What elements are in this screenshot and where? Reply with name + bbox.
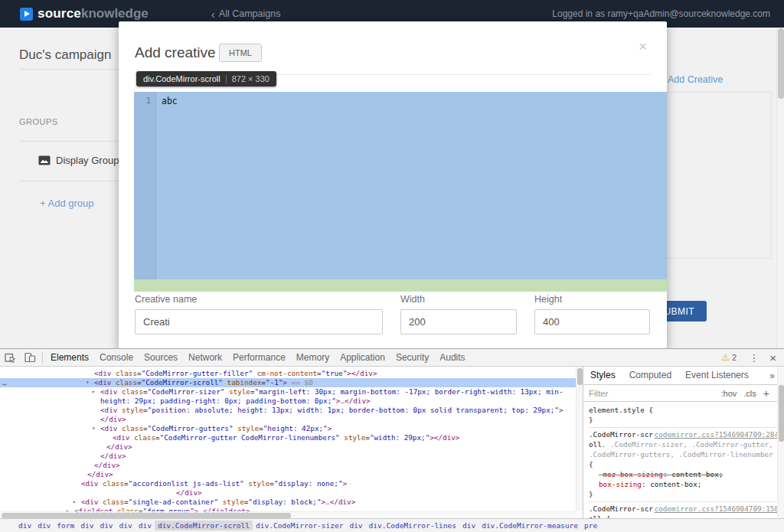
devtools-tab-performance[interactable]: Performance [227, 349, 291, 366]
device-toolbar-icon[interactable] [20, 349, 40, 366]
dom-tree-row-selected[interactable]: ▾…<div class="CodeMirror-scroll" tabinde… [0, 378, 583, 387]
syntax-token: </div> [100, 452, 126, 460]
devtools-close-icon[interactable]: × [765, 351, 784, 364]
devtools-menu-icon[interactable]: ⋮ [743, 352, 765, 364]
new-style-rule-icon[interactable]: + [763, 387, 769, 400]
play-icon [20, 8, 33, 21]
width-input[interactable] [400, 309, 517, 335]
syntax-token: "-1" [266, 378, 283, 387]
syntax-token: </div> [94, 461, 120, 469]
scrollbar-thumb[interactable] [577, 368, 583, 385]
breadcrumb-item[interactable]: pre [581, 521, 600, 530]
html-type-badge[interactable]: HTML [219, 44, 262, 62]
tree-vertical-scrollbar[interactable] [576, 367, 583, 511]
syntax-token: class [98, 479, 124, 488]
dom-tree-row[interactable]: </div> [0, 461, 583, 470]
scrollbar-thumb[interactable] [2, 513, 291, 518]
warning-icon: ⚠ [721, 352, 730, 363]
expand-arrow-icon[interactable]: ▸ [73, 498, 77, 507]
css-property[interactable]: box-sizing: content-box; [589, 479, 779, 489]
tree-horizontal-scrollbar[interactable] [0, 511, 576, 518]
toggle-hover-state[interactable]: :hov [721, 389, 737, 398]
devtools-tab-audits[interactable]: Audits [434, 349, 470, 366]
rule-close-brace: } [589, 415, 779, 425]
styles-scrollbar[interactable] [777, 367, 784, 518]
css-rule: element.style {} [589, 403, 779, 427]
breadcrumb-item[interactable]: div [96, 521, 116, 530]
styles-sidebar-tabs: StylesComputedEvent Listeners » [583, 367, 784, 385]
breadcrumb-item[interactable]: div [15, 521, 34, 530]
brand-logo[interactable]: source knowledge [20, 6, 149, 21]
rule-close-brace: } [589, 489, 779, 499]
scrollbar-thumb[interactable] [779, 385, 784, 442]
devtools-tab-application[interactable]: Application [335, 349, 390, 366]
scrollbar-thumb[interactable] [778, 28, 784, 99]
devtools-tab-bar: ElementsConsoleSourcesNetworkPerformance… [45, 349, 471, 366]
groups-heading: GROUPS [19, 117, 58, 126]
breadcrumb-item[interactable]: div [34, 521, 54, 530]
dom-tree-row[interactable]: </div> [0, 488, 583, 498]
css-selector[interactable]: element.style { [589, 405, 779, 415]
breadcrumb-item[interactable]: div.CodeMirror-sizer [253, 521, 346, 530]
sidebar-tab-event-listeners[interactable]: Event Listeners [678, 367, 756, 384]
breadcrumb-item[interactable]: div.CodeMirror-measure [479, 521, 581, 530]
breadcrumb-item[interactable]: div [136, 521, 155, 530]
syntax-token: "display: block;" [248, 498, 321, 506]
dom-tree-row[interactable]: <div style="position: absolute; height: … [0, 406, 583, 424]
property-value: content-box; [671, 470, 723, 478]
page-scrollbar[interactable] [776, 28, 784, 348]
stylesheet-link[interactable]: codemirror.css?1546904709:158 [655, 504, 779, 514]
breadcrumb-item[interactable]: form [54, 521, 77, 530]
sidebar-tab-computed[interactable]: Computed [622, 367, 678, 384]
dom-tree-row[interactable]: <div class="CodeMirror-gutter-filler" cm… [0, 369, 583, 378]
devtools-tab-elements[interactable]: Elements [45, 349, 94, 366]
dom-tree-row[interactable]: </div> [0, 452, 583, 461]
dom-tree-row[interactable]: </div> [0, 470, 583, 479]
height-input[interactable] [534, 309, 650, 335]
syntax-token: class [98, 498, 124, 506]
styles-sidebar: StylesComputedEvent Listeners » Filter :… [583, 367, 784, 518]
code-editor[interactable]: 1 abc [134, 92, 667, 279]
logged-in-text: Logged in as ramy+qaAdmin@sourceknowledg… [552, 8, 770, 19]
display-group-item[interactable]: Display Group (1 [38, 155, 131, 166]
collapse-arrow-icon[interactable]: ▾ [86, 378, 90, 387]
breadcrumb-item[interactable]: div [346, 521, 365, 530]
dom-tree-row[interactable]: ▾<div class="CodeMirror-gutters" style="… [0, 424, 583, 433]
inspect-element-icon[interactable] [0, 349, 20, 366]
close-icon[interactable]: × [639, 38, 647, 55]
collapse-arrow-icon[interactable]: ▾ [92, 424, 96, 433]
creative-name-input[interactable] [135, 309, 383, 335]
padding-highlight [134, 279, 667, 292]
styles-filter-input[interactable]: Filter [589, 389, 609, 398]
toggle-classes[interactable]: .cls [743, 389, 756, 398]
dom-tree-row[interactable]: <div class="accordionlist js-ads-list" s… [0, 479, 583, 488]
stylesheet-link[interactable]: codemirror.css?1546904709:284 [655, 429, 779, 439]
breadcrumb-item[interactable]: div [77, 521, 96, 530]
selector-token: .CodeMirror-scroll [589, 504, 653, 518]
console-warnings-badge[interactable]: ⚠ 2 [715, 352, 743, 363]
sidebar-tab-styles[interactable]: Styles [583, 367, 622, 384]
expand-arrow-icon[interactable]: ▸ [92, 387, 96, 397]
breadcrumb-item[interactable]: div [459, 521, 479, 530]
devtools-tab-console[interactable]: Console [94, 349, 139, 366]
styles-toggle-group: :hov .cls + [721, 387, 779, 400]
selector-token: { [589, 460, 593, 468]
devtools-tab-network[interactable]: Network [183, 349, 227, 366]
dom-tree-row[interactable]: </div> [0, 442, 583, 452]
breadcrumb-item[interactable]: div [116, 521, 136, 530]
breadcrumb-item[interactable]: div.CodeMirror-lines [366, 521, 459, 530]
devtools-body: <div class="CodeMirror-gutter-filler" cm… [0, 367, 784, 518]
dom-tree-row[interactable]: <div class="CodeMirror-gutter CodeMirror… [0, 433, 583, 442]
dom-tree-row[interactable]: ▸<div class="CodeMirror-sizer" style="ma… [0, 387, 583, 406]
all-campaigns-link[interactable]: ‹ All Campaigns [211, 8, 281, 20]
devtools-tab-memory[interactable]: Memory [291, 349, 335, 366]
devtools-tab-sources[interactable]: Sources [139, 349, 183, 366]
devtools-tab-security[interactable]: Security [390, 349, 434, 366]
dom-tree-row[interactable]: ▸<div class="single-ad-container" style=… [0, 498, 583, 507]
add-creative-link[interactable]: Add Creative [668, 74, 723, 85]
add-group-link[interactable]: + Add group [40, 197, 93, 209]
breadcrumb-item[interactable]: div.CodeMirror-scroll [155, 521, 253, 530]
divider [19, 69, 119, 70]
css-property[interactable]: -moz-box-sizing: content-box; [589, 469, 779, 479]
devtools-panel: ElementsConsoleSourcesNetworkPerformance… [0, 348, 784, 532]
